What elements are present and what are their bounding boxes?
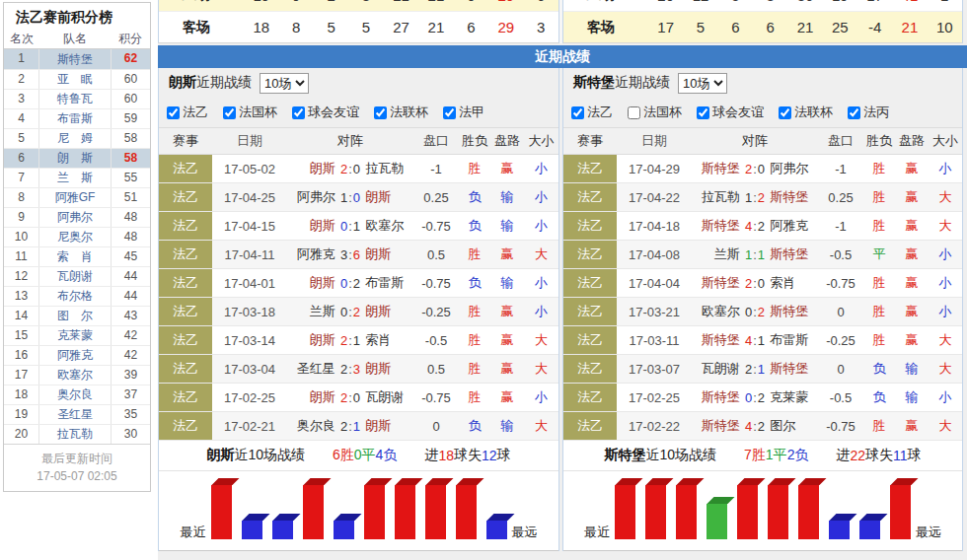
filter-label: 球会友谊 (712, 104, 764, 121)
handicap-value: -0.75 (413, 276, 459, 291)
standings-team-link[interactable]: 奥尔良 (39, 386, 111, 403)
standings-team-link[interactable]: 布雷斯 (39, 110, 111, 127)
league-badge: 法乙 (563, 355, 617, 383)
standings-row: 12瓦朗谢44 (4, 266, 150, 286)
league-filter[interactable]: 球会友谊 (292, 104, 359, 121)
over-under-result: 大 (929, 188, 962, 206)
match-duel: 朗斯2:0拉瓦勒 (287, 160, 413, 177)
filter-checkbox[interactable] (374, 106, 387, 119)
over-under-result: 大 (524, 417, 558, 435)
recent-count-select[interactable]: 10场 (678, 73, 727, 94)
league-filter[interactable]: 法国杯 (628, 104, 682, 121)
standings-team-link[interactable]: 尼奥尔 (39, 229, 111, 245)
standings-team-link[interactable]: 尼 姆 (39, 130, 111, 147)
filter-checkbox[interactable] (223, 106, 236, 119)
standings-points: 60 (111, 70, 150, 89)
standings-team-link[interactable]: 图 尔 (39, 308, 111, 324)
standings-team-link[interactable]: 亚 眠 (39, 71, 111, 88)
filter-checkbox[interactable] (167, 106, 180, 119)
standings-points: 60 (111, 90, 150, 108)
result-bar-loss (242, 521, 262, 539)
standings-team-link[interactable]: 布尔格 (39, 288, 111, 305)
away-score: 2 (758, 219, 765, 234)
venue-label: 主场 (159, 0, 244, 4)
league-filter[interactable]: 法乙 (571, 104, 613, 121)
handicap-result: 赢 (490, 160, 524, 177)
match-score: 0:2 (740, 390, 771, 405)
score-colon: : (348, 162, 352, 176)
standings-team-link[interactable]: 阿雅GF (39, 189, 111, 206)
standings-team-link[interactable]: 阿雅克 (39, 347, 111, 364)
league-filter[interactable]: 球会友谊 (697, 104, 764, 121)
summary-team: 朗斯 (206, 447, 234, 464)
filter-checkbox[interactable] (848, 106, 860, 119)
league-filter[interactable]: 法甲 (443, 104, 484, 121)
league-badge: 法乙 (159, 326, 212, 354)
match-row: 法乙17-05-02朗斯2:0拉瓦勒-1胜赢小 (159, 155, 558, 183)
home-team: 朗斯 (287, 217, 335, 235)
standings-team-link[interactable]: 索 肖 (39, 248, 111, 265)
league-badge: 法乙 (563, 183, 617, 211)
filter-checkbox[interactable] (571, 106, 584, 119)
home-score: 2 (340, 390, 347, 405)
filter-checkbox[interactable] (443, 106, 456, 119)
away-score: 0 (353, 390, 360, 405)
standings-team-link[interactable]: 瓦朗谢 (39, 268, 111, 285)
recent-count-select[interactable]: 10场 (260, 73, 309, 94)
filter-checkbox[interactable] (779, 106, 791, 119)
handicap-result: 输 (490, 274, 524, 292)
standings-team-link[interactable]: 兰 斯 (39, 170, 111, 186)
standings-row: 3特鲁瓦60 (4, 89, 150, 108)
standings-team-link[interactable]: 圣红星 (39, 406, 111, 423)
league-filter[interactable]: 法丙 (848, 104, 889, 121)
away-score: 2 (353, 305, 360, 319)
filter-checkbox[interactable] (628, 106, 640, 119)
result-bar-loss (859, 521, 880, 539)
match-table-body: 法乙17-05-02朗斯2:0拉瓦勒-1胜赢小法乙17-04-25阿弗尔1:0朗… (159, 155, 558, 441)
match-score: 2:1 (740, 362, 771, 377)
league-filter[interactable]: 法国杯 (223, 104, 277, 121)
panel-team-name: 斯特堡 (573, 74, 615, 92)
match-row: 法乙17-04-01朗斯0:2布雷斯-0.75负输小 (159, 269, 558, 298)
match-date: 17-04-18 (617, 219, 692, 234)
standings-team-link[interactable]: 朗 斯 (39, 150, 111, 167)
score-colon: : (348, 190, 352, 205)
stat-value: 5 (348, 19, 383, 35)
filter-checkbox[interactable] (697, 106, 709, 119)
match-row: 法乙17-03-21欧塞尔0:2斯特堡0胜赢小 (563, 298, 962, 326)
standings-row: 18奥尔良37 (4, 385, 150, 404)
result-bar-win (211, 485, 232, 539)
stat-value: 29 (488, 0, 523, 4)
filter-label: 法联杯 (794, 104, 833, 121)
filter-checkbox[interactable] (292, 106, 305, 119)
standings-team-link[interactable]: 克莱蒙 (39, 327, 111, 344)
league-filter[interactable]: 法联杯 (779, 104, 833, 121)
match-duel: 斯特堡4:2图尔 (692, 417, 818, 435)
match-score: 1:2 (740, 190, 771, 205)
match-row: 法乙17-03-11斯特堡4:1布雷斯-0.25胜赢大 (563, 326, 962, 355)
home-team: 奥尔良 (287, 417, 335, 435)
match-score: 1:0 (335, 190, 366, 205)
standings-team-link[interactable]: 拉瓦勒 (39, 426, 111, 443)
result-bar-win (425, 485, 446, 539)
home-score: 4 (745, 219, 752, 234)
standings-points: 37 (111, 385, 150, 404)
recent-panel-strasbourg: 斯特堡 近期战绩 10场 法乙法国杯球会友谊法联杯法丙 赛事 日期 对阵 盘口 … (562, 68, 963, 551)
standings-points: 58 (111, 149, 150, 168)
standings-team-link[interactable]: 特鲁瓦 (39, 91, 111, 107)
standings-team-link[interactable]: 斯特堡 (39, 51, 111, 68)
league-filter[interactable]: 法乙 (167, 104, 208, 121)
league-filter[interactable]: 法联杯 (374, 104, 428, 121)
match-row: 法乙17-04-29斯特堡2:0阿弗尔-1胜赢小 (563, 155, 962, 183)
chart-far-label: 最远 (512, 525, 538, 539)
standings-team-link[interactable]: 阿弗尔 (39, 209, 111, 226)
league-badge: 法乙 (159, 298, 212, 325)
standings-rank: 13 (4, 287, 39, 306)
result-bar-win (737, 485, 758, 539)
stat-value: 17 (857, 0, 892, 4)
away-team: 阿弗尔 (770, 160, 818, 177)
standings-team-link[interactable]: 欧塞尔 (39, 367, 111, 384)
away-team: 朗斯 (365, 303, 413, 320)
standings-row: 10尼奥尔48 (4, 227, 150, 246)
standings-row: 17欧塞尔39 (4, 365, 150, 385)
